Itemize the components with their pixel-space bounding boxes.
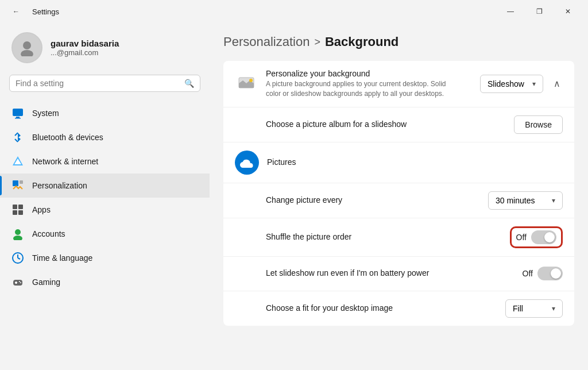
sidebar-label-bluetooth: Bluetooth & devices	[32, 133, 103, 142]
shuffle-control: Off	[510, 226, 563, 248]
svg-point-21	[19, 281, 20, 282]
sidebar-item-time[interactable]: Time & language	[0, 246, 210, 270]
personalization-icon	[11, 179, 24, 192]
search-input[interactable]	[16, 79, 180, 88]
sidebar-item-system[interactable]: System	[0, 101, 210, 125]
sidebar-item-personalization[interactable]: Personalization	[0, 174, 210, 198]
title-bar-left: ← Settings	[7, 3, 59, 20]
avatar	[11, 32, 42, 63]
minimize-button[interactable]: —	[497, 3, 524, 20]
window-controls: — ❐ ✕	[497, 3, 581, 20]
svg-point-22	[20, 282, 21, 283]
background-icon	[235, 72, 258, 95]
choose-fit-row: Choose a fit for your desktop image Fill…	[223, 291, 574, 326]
pictures-row: Pictures	[223, 142, 574, 183]
svg-point-24	[249, 79, 253, 82]
main-content: Personalization > Background Personalize…	[210, 23, 588, 370]
battery-toggle-label: Off	[523, 269, 533, 278]
sidebar-item-accounts[interactable]: Accounts	[0, 222, 210, 246]
sidebar-label-network: Network & internet	[32, 157, 98, 166]
bluetooth-icon	[11, 131, 24, 144]
breadcrumb-chevron: >	[314, 36, 320, 48]
user-profile: gaurav bidasaria ...@gmail.com	[0, 23, 210, 72]
breadcrumb-parent: Personalization	[223, 34, 310, 49]
personalize-label: Personalize your background	[266, 69, 471, 78]
search-icon: 🔍	[184, 79, 194, 88]
title-bar: ← Settings — ❐ ✕	[0, 0, 588, 23]
sidebar-label-personalization: Personalization	[32, 181, 87, 190]
choose-album-text: Choose a picture album for a slideshow	[235, 120, 505, 130]
change-picture-label: Change picture every	[266, 195, 479, 205]
sidebar-item-bluetooth[interactable]: Bluetooth & devices	[0, 125, 210, 149]
search-box: 🔍	[9, 75, 200, 92]
shuffle-label: Shuffle the picture order	[266, 232, 501, 241]
gaming-icon	[11, 276, 24, 288]
battery-toggle-wrap: Off	[523, 267, 563, 280]
sidebar-item-gaming[interactable]: Gaming	[0, 270, 210, 294]
back-button[interactable]: ←	[7, 3, 25, 20]
choose-fit-dropdown[interactable]: Fill ▾	[505, 299, 563, 318]
settings-card: Personalize your background A picture ba…	[223, 61, 574, 326]
svg-point-13	[15, 229, 21, 235]
maximize-button[interactable]: ❐	[526, 3, 552, 20]
user-info: gaurav bidasaria ...@gmail.com	[51, 38, 119, 57]
personalize-control: Slideshow ▾ ∧	[480, 75, 563, 93]
dropdown-arrow: ▾	[532, 80, 536, 88]
browse-control: Browse	[514, 115, 563, 134]
sidebar-item-apps[interactable]: Apps	[0, 198, 210, 222]
app-title: Settings	[32, 7, 59, 16]
sidebar-item-network[interactable]: Network & internet	[0, 149, 210, 174]
sidebar: gaurav bidasaria ...@gmail.com 🔍 System …	[0, 23, 210, 370]
shuffle-toggle[interactable]	[531, 230, 556, 244]
battery-toggle[interactable]	[537, 267, 563, 280]
choose-album-row: Choose a picture album for a slideshow B…	[223, 107, 574, 142]
shuffle-row: Shuffle the picture order Off	[223, 218, 574, 257]
sidebar-label-time: Time & language	[32, 253, 92, 263]
sidebar-label-accounts: Accounts	[32, 229, 65, 238]
shuffle-text: Shuffle the picture order	[235, 232, 501, 242]
choose-fit-text: Choose a fit for your desktop image	[235, 303, 496, 314]
battery-label: Let slideshow run even if I'm on battery…	[266, 268, 513, 278]
svg-rect-4	[15, 118, 21, 119]
system-icon	[11, 107, 24, 120]
change-picture-value: 30 minutes	[496, 196, 535, 205]
user-name: gaurav bidasaria	[51, 38, 119, 48]
sidebar-label-gaming: Gaming	[32, 278, 60, 287]
svg-rect-11	[13, 210, 17, 215]
choose-fit-value: Fill	[513, 304, 523, 313]
choose-fit-arrow: ▾	[552, 305, 555, 313]
svg-rect-9	[13, 205, 17, 209]
accounts-icon	[11, 228, 24, 240]
battery-control: Off	[523, 267, 563, 280]
network-icon	[11, 155, 24, 168]
personalize-background-row: Personalize your background A picture ba…	[223, 61, 574, 107]
personalize-text: Personalize your background A picture ba…	[266, 69, 471, 99]
nav-list: System Bluetooth & devices Network & int…	[0, 99, 210, 296]
svg-rect-3	[16, 117, 20, 118]
shuffle-toggle-highlight: Off	[510, 226, 563, 248]
change-picture-row: Change picture every 30 minutes ▾	[223, 183, 574, 218]
apps-icon	[11, 203, 24, 216]
change-picture-control: 30 minutes ▾	[488, 191, 563, 210]
sidebar-label-system: System	[32, 109, 59, 118]
breadcrumb: Personalization > Background	[223, 34, 574, 49]
svg-point-14	[13, 236, 22, 240]
time-icon	[11, 252, 24, 264]
svg-rect-12	[18, 210, 23, 215]
svg-point-1	[21, 50, 33, 56]
svg-rect-2	[13, 109, 23, 116]
collapse-button[interactable]: ∧	[551, 76, 563, 91]
battery-row: Let slideshow run even if I'm on battery…	[223, 257, 574, 291]
breadcrumb-current: Background	[325, 34, 399, 49]
sidebar-label-apps: Apps	[32, 205, 51, 214]
user-email: ...@gmail.com	[51, 48, 119, 57]
browse-button[interactable]: Browse	[514, 115, 563, 134]
change-picture-dropdown[interactable]: 30 minutes ▾	[488, 191, 563, 210]
slideshow-dropdown[interactable]: Slideshow ▾	[480, 75, 543, 93]
slideshow-value: Slideshow	[488, 79, 524, 88]
change-picture-arrow: ▾	[552, 196, 555, 205]
svg-line-17	[18, 258, 20, 259]
svg-rect-20	[15, 282, 17, 283]
close-button[interactable]: ✕	[555, 3, 581, 20]
pictures-label: Pictures	[267, 157, 563, 167]
